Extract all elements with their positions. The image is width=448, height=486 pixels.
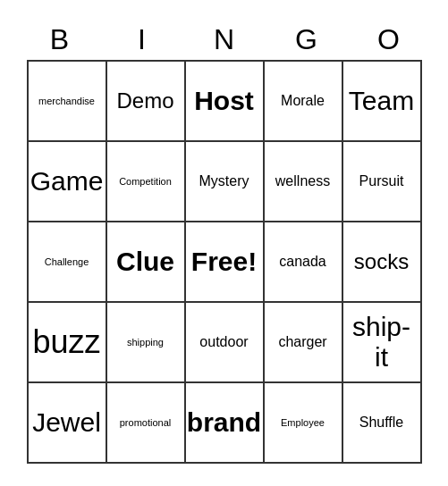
cell-text-4-2: brand [187, 407, 261, 438]
cell-text-0-2: Host [194, 86, 254, 116]
cell-4-4: Shuffle [343, 383, 422, 464]
cell-text-4-3: Employee [281, 417, 325, 428]
cell-text-1-2: Mystery [199, 173, 249, 189]
cell-4-1: promotional [107, 383, 186, 464]
cell-text-1-1: Competition [119, 176, 172, 187]
header-letter-g: G [267, 23, 346, 56]
cell-1-4: Pursuit [343, 142, 422, 222]
bingo-container: BINGO merchandiseDemoHostMoraleTeamGameC… [10, 14, 439, 473]
cell-0-4: Team [343, 62, 422, 142]
cell-3-4: ship-it [343, 303, 422, 383]
cell-2-4: socks [343, 222, 422, 303]
cell-text-0-1: Demo [116, 88, 173, 113]
cell-4-3: Employee [265, 383, 343, 464]
cell-text-3-1: shipping [127, 337, 164, 348]
header-letter-i: I [103, 23, 182, 56]
cell-text-3-2: outdoor [199, 334, 248, 350]
cell-2-3: canada [265, 222, 343, 303]
cell-text-4-1: promotional [120, 417, 171, 428]
cell-text-1-4: Pursuit [359, 173, 404, 189]
cell-text-2-1: Clue [116, 247, 174, 277]
cell-text-2-4: socks [354, 249, 409, 274]
cell-text-2-0: Challenge [45, 256, 89, 267]
cell-2-1: Clue [107, 222, 186, 303]
cell-text-3-0: buzz [32, 323, 100, 361]
cell-text-0-3: Morale [281, 93, 325, 109]
cell-text-1-0: Game [30, 166, 104, 197]
bingo-header: BINGO [19, 23, 430, 56]
header-letter-o: O [350, 23, 428, 56]
cell-3-1: shipping [107, 303, 186, 383]
cell-text-0-0: merchandise [38, 96, 95, 106]
cell-text-2-2: Free! [191, 247, 257, 277]
cell-0-2: Host [186, 62, 265, 142]
cell-text-0-4: Team [349, 86, 414, 116]
cell-3-3: charger [265, 303, 343, 383]
cell-4-2: brand [186, 383, 265, 464]
cell-1-0: Game [29, 142, 107, 222]
cell-0-0: merchandise [29, 62, 107, 142]
cell-3-0: buzz [29, 303, 107, 383]
cell-3-2: outdoor [186, 303, 265, 383]
bingo-grid: merchandiseDemoHostMoraleTeamGameCompeti… [27, 60, 422, 464]
header-letter-b: B [21, 23, 99, 56]
cell-text-4-4: Shuffle [359, 415, 404, 431]
cell-text-1-3: wellness [275, 173, 330, 189]
cell-1-3: wellness [265, 142, 343, 222]
cell-2-2: Free! [186, 222, 265, 303]
cell-text-3-3: charger [278, 334, 326, 350]
cell-1-1: Competition [107, 142, 186, 222]
cell-text-4-0: Jewel [32, 407, 101, 438]
cell-1-2: Mystery [186, 142, 265, 222]
cell-0-3: Morale [265, 62, 343, 142]
cell-text-2-3: canada [279, 254, 326, 270]
cell-2-0: Challenge [29, 222, 107, 303]
cell-0-1: Demo [107, 62, 186, 142]
cell-4-0: Jewel [29, 383, 107, 464]
cell-text-3-4: ship-it [347, 312, 417, 373]
header-letter-n: N [185, 23, 264, 56]
